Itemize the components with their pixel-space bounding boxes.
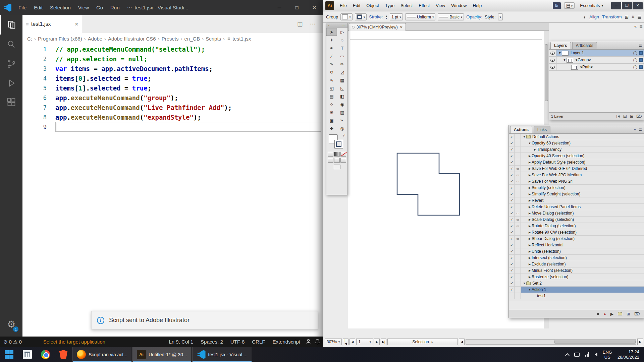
display-icon[interactable] (574, 353, 580, 357)
dialog-toggle[interactable] (515, 197, 521, 203)
menu-selection[interactable]: Selection (46, 0, 74, 15)
action-row-revert[interactable]: ✓▶Revert (509, 197, 644, 204)
expander-icon[interactable]: ▶ (528, 155, 532, 158)
dialog-toggle[interactable] (515, 287, 521, 293)
stroke-weight-dropdown[interactable]: 1 pt▾ (390, 13, 403, 20)
action-row-test1[interactable]: test1 (509, 293, 644, 299)
breadcrumb-item-program-files-x86[interactable]: Program Files (x86) (37, 36, 83, 42)
expander-icon[interactable]: ▼ (528, 288, 532, 291)
action-content[interactable]: ▶Simplify (selection) (521, 185, 644, 191)
dialog-toggle[interactable] (515, 191, 521, 197)
expander-icon[interactable]: ▶ (528, 256, 532, 259)
action-content[interactable]: ▶Opacity 40 Screen (selection) (521, 153, 644, 159)
action-row-move-dialog-selection[interactable]: ✓▭▶Move Dialog (selection) (509, 210, 644, 217)
prev-artboard-button[interactable]: ◀ (350, 339, 355, 345)
dialog-toggle[interactable] (515, 134, 521, 140)
tab-links[interactable]: Links (534, 126, 550, 133)
workspace-switcher[interactable]: Essentials ▾ (578, 2, 605, 9)
dialog-toggle[interactable]: ▭ (515, 172, 521, 178)
tab-actions[interactable]: Actions (510, 126, 532, 133)
dialog-toggle[interactable]: ▭ (515, 166, 521, 172)
panel-menu-icon[interactable]: ≣ (639, 127, 642, 132)
expander-icon[interactable]: ▶ (528, 212, 532, 215)
ai-menu-edit[interactable]: Edit (350, 0, 363, 11)
taskbar-illustrator-window-button[interactable]: AiUntitled-1* @ 30... (132, 347, 192, 362)
close-button[interactable]: ✕ (633, 2, 643, 9)
status-encoding[interactable]: UTF-8 (228, 339, 247, 345)
stroke-proxy[interactable] (334, 140, 343, 148)
zoom-tool-icon[interactable]: ◎ (337, 124, 348, 132)
breadcrumb-item-adobe[interactable]: Adobe (87, 36, 103, 42)
action-row-set-2[interactable]: ✓▼Set 2 (509, 280, 644, 287)
expander-icon[interactable]: ▶ (528, 231, 532, 234)
item-check-toggle[interactable]: ✓ (509, 185, 515, 191)
language-indicator[interactable]: ENG US (603, 350, 612, 360)
layers-footer-icon-1[interactable]: ▤ (623, 114, 627, 119)
action-content[interactable]: ▶Apply Default Style (selection) (521, 159, 644, 165)
action-row-save-for-web-png-24[interactable]: ✓▭▶Save For Web PNG 24 (509, 178, 644, 185)
dialog-toggle[interactable] (515, 255, 521, 261)
code-text[interactable]: items[1].selected = true; (55, 83, 321, 93)
item-check-toggle[interactable]: ✓ (509, 280, 515, 286)
symbol-sprayer-tool-icon[interactable]: ✳ (326, 108, 337, 116)
layer-row-layer-1[interactable]: ▼Layer 1◯ (549, 50, 644, 57)
action-content[interactable]: ▶Intersect (selection) (521, 255, 644, 261)
align-icons[interactable]: ⊞ (625, 14, 629, 20)
document-tab[interactable]: 307% (CMYK/Preview) ✕ (349, 23, 406, 31)
code-text[interactable]: // app.selection = null; (55, 54, 321, 64)
scrollbar-thumb[interactable] (554, 340, 636, 344)
scroll-right-button[interactable]: ▶ (637, 339, 643, 345)
dialog-toggle[interactable] (515, 185, 521, 191)
pen-tool-icon[interactable]: ✒ (326, 44, 337, 52)
visibility-toggle[interactable] (549, 50, 556, 56)
target-application-status[interactable]: Select the target application (41, 339, 107, 345)
visibility-toggle[interactable] (549, 57, 556, 63)
status-cursor-position[interactable]: Ln 9, Col 1 (167, 339, 196, 345)
swap-fill-stroke-icon[interactable]: ⇄ (343, 134, 345, 137)
code-text[interactable]: app.executeMenuCommand("Live Pathfinder … (55, 103, 321, 112)
expander-icon[interactable]: ▶ (528, 161, 532, 164)
stroke-weight-stepper[interactable]: ▲▼ (385, 15, 387, 19)
taskbar-vscode-window-button[interactable]: test1.jsx - Visual ... (192, 347, 252, 362)
transform-grid-icon[interactable]: ⌗ (632, 14, 634, 20)
dock-menu-icon[interactable]: ≣ (639, 24, 643, 29)
layer-row-path[interactable]: <Path>◯ (549, 64, 644, 71)
action-content[interactable]: ▶Save For Web PNG 24 (521, 178, 644, 184)
close-button[interactable]: ✕ (306, 0, 323, 15)
magic-wand-tool-icon[interactable]: ✴ (326, 36, 337, 44)
lasso-tool-icon[interactable]: ◌ (337, 36, 348, 44)
menu-view[interactable]: View (74, 0, 93, 15)
ai-menu-object[interactable]: Object (363, 0, 382, 11)
action-row-intersect-selection[interactable]: ✓▶Intersect (selection) (509, 255, 644, 261)
expander-icon[interactable]: ▶ (528, 269, 532, 272)
layer-row-body[interactable]: ▼<Group>◯ (556, 57, 644, 63)
dialog-toggle[interactable] (515, 140, 521, 146)
breadcrumb-item-test1-jsx[interactable]: test1.jsx (232, 36, 252, 42)
collapse-panels-icon[interactable]: « (634, 24, 637, 29)
action-row-reflect-horizontal[interactable]: ✓▶Reflect Horizontal (509, 242, 644, 248)
settings-gear-icon[interactable]: ⚙ 1 (0, 314, 22, 335)
target-circle-icon[interactable]: ◯ (633, 58, 637, 62)
draw-inside-button[interactable] (340, 158, 346, 163)
dialog-toggle[interactable] (515, 274, 521, 280)
expander-icon[interactable]: ▼ (528, 142, 532, 145)
action-content[interactable]: ▶Move Dialog (selection) (521, 210, 644, 216)
split-editor-icon[interactable]: ◫ (297, 20, 303, 27)
item-check-toggle[interactable]: ✓ (509, 248, 515, 254)
align-link[interactable]: Align (589, 14, 599, 19)
stroke-link[interactable]: Stroke: (369, 14, 383, 19)
gradient-button[interactable] (334, 152, 340, 157)
color-button[interactable] (328, 152, 333, 157)
artboard-tool-icon[interactable]: ▣ (326, 116, 337, 124)
menu-file[interactable]: File (15, 0, 30, 15)
breadcrumb-item-en-gb[interactable]: en_GB (184, 36, 201, 42)
extensions-icon[interactable] (0, 93, 22, 112)
ai-menu-file[interactable]: File (337, 0, 350, 11)
code-text[interactable]: app.executeMenuCommand("expandStyle"); (55, 112, 321, 122)
action-row-rasterize-selection[interactable]: ✓▶Rasterize (selection) (509, 274, 644, 280)
dialog-toggle[interactable] (515, 293, 521, 299)
eyedropper-tool-icon[interactable]: ✧ (326, 100, 337, 108)
paintbrush-tool-icon[interactable]: ✎ (326, 60, 337, 68)
stroke-color-dropdown[interactable]: ▾ (355, 13, 367, 20)
panel-menu-icon[interactable]: ≣ (639, 43, 642, 48)
